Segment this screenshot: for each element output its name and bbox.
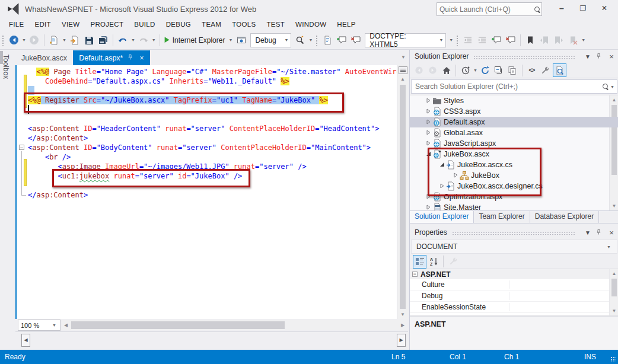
menu-window[interactable]: WINDOW <box>290 19 332 30</box>
toolbar-grip[interactable] <box>316 35 318 46</box>
split-handle-icon[interactable] <box>399 66 407 74</box>
chevron-down-icon[interactable]: ▼ <box>448 38 454 42</box>
preview-button[interactable] <box>553 63 566 77</box>
alpha-sort-button[interactable]: AZ <box>428 256 440 268</box>
tree-item-css3-aspx[interactable]: CSS3.aspx <box>410 106 618 117</box>
bottom-tab-team-explorer[interactable]: Team Explorer <box>474 211 530 223</box>
chevron-down-icon[interactable]: ▼ <box>580 38 587 42</box>
save-button[interactable] <box>82 33 96 47</box>
properties-scrollbar[interactable]: ▲ ▼ <box>609 269 618 315</box>
pin-icon[interactable] <box>595 52 604 61</box>
code-line-7[interactable]: <asp:Content ID="HeaderContent" runat="s… <box>17 124 399 133</box>
minimize-button[interactable]: – <box>553 1 571 15</box>
tree-item-default-aspx[interactable]: Default.aspx <box>410 117 618 127</box>
tab-jukebox-ascx[interactable]: JukeBox.ascx <box>15 50 73 65</box>
scrollbar-thumb[interactable] <box>71 321 285 329</box>
menu-help[interactable]: HELP <box>332 19 361 30</box>
property-category[interactable]: − ASP.NET <box>410 269 618 279</box>
start-debug-button[interactable]: Internet Explorer ▼ <box>163 33 235 47</box>
tagnav-right-icon[interactable]: ▶ <box>397 334 406 347</box>
tree-collapsed-icon[interactable] <box>425 118 432 126</box>
outline-collapse-icon[interactable]: − <box>19 145 24 150</box>
property-row-enablesessionstate[interactable]: EnableSessionState <box>410 302 618 313</box>
browser-link-button[interactable] <box>234 33 249 47</box>
window-position-icon[interactable]: ▼ <box>583 52 592 61</box>
scroll-left-button[interactable]: ◀ <box>62 320 70 330</box>
debug-config-dropdown[interactable]: Debug ▼ <box>250 33 291 47</box>
properties-header[interactable]: Properties ▼ × <box>410 226 618 239</box>
scroll-up-button[interactable]: ▲ <box>610 269 618 278</box>
solution-explorer-header[interactable]: Solution Explorer ▼ × <box>410 50 618 63</box>
editor-horizontal-scrollbar[interactable]: ◀ ▶ <box>62 320 407 330</box>
scroll-right-button[interactable]: ▶ <box>399 320 407 330</box>
solution-search-box[interactable]: ▼ <box>411 79 617 94</box>
menu-team[interactable]: TEAM <box>196 19 227 30</box>
resize-grip[interactable] <box>610 356 616 362</box>
toolbox-tab[interactable]: Toolbox <box>2 55 10 79</box>
tree-collapsed-icon[interactable] <box>425 203 432 210</box>
add-item-button[interactable] <box>68 33 82 47</box>
code-line-8[interactable]: </asp:Content> <box>17 133 399 143</box>
collapse-all-button[interactable] <box>493 64 505 76</box>
tree-collapsed-icon[interactable] <box>425 107 432 116</box>
code-line-2[interactable]: CodeBehind="Default.aspx.cs" Inherits="W… <box>17 76 399 86</box>
properties-object-dropdown[interactable]: DOCUMENT ▼ <box>411 240 617 254</box>
code-line-9[interactable]: <asp:Content ID="BodyContent" runat="ser… <box>17 143 399 152</box>
maximize-button[interactable]: ❐ <box>574 1 592 15</box>
comment-add-button[interactable] <box>489 33 504 47</box>
chevron-down-icon[interactable]: ▼ <box>21 38 27 42</box>
close-icon[interactable]: × <box>607 52 616 61</box>
tab-default-aspx-[interactable]: Default.aspx*× <box>73 50 149 65</box>
doctype-dropdown[interactable]: DOCTYPE: XHTML5 ▼ <box>365 33 446 47</box>
sync-button[interactable] <box>459 64 472 76</box>
chevron-down-icon[interactable]: ▼ <box>61 38 68 42</box>
solution-search-input[interactable] <box>412 82 602 91</box>
tree-item-global-asax[interactable]: Global.asax <box>410 127 618 138</box>
wrench-button[interactable] <box>539 64 552 76</box>
categorized-button[interactable] <box>413 255 426 269</box>
scrollbar-thumb[interactable] <box>400 85 406 309</box>
quick-launch-input[interactable] <box>437 5 534 14</box>
tree-item-site-master[interactable]: Site.Master <box>410 202 618 210</box>
chevron-down-icon[interactable]: ▼ <box>151 38 157 42</box>
back-nav-button[interactable] <box>7 33 21 47</box>
pin-icon[interactable] <box>128 54 135 62</box>
doc-outline-button[interactable] <box>320 33 335 47</box>
editor-vertical-scrollbar[interactable]: ▲ ▼ <box>397 65 408 319</box>
zoom-level-dropdown[interactable]: 100 % ▼ <box>18 320 60 331</box>
tagnav-left-icon[interactable]: ◀ <box>21 334 30 347</box>
menu-view[interactable]: VIEW <box>56 19 85 30</box>
menu-test[interactable]: TEST <box>262 19 291 30</box>
toolbar-grip[interactable] <box>456 35 459 46</box>
new-file-button[interactable] <box>47 33 61 47</box>
comment-remove-button[interactable] <box>504 33 518 47</box>
scroll-down-button[interactable]: ▼ <box>610 306 618 315</box>
chevron-down-icon[interactable]: ▼ <box>130 38 136 42</box>
property-row-culture[interactable]: Culture <box>410 279 618 290</box>
tree-item-styles[interactable]: Styles <box>410 95 618 106</box>
window-position-icon[interactable]: ▼ <box>583 228 592 237</box>
code-line-6[interactable] <box>17 114 399 124</box>
chevron-down-icon[interactable]: ▼ <box>307 38 314 42</box>
quick-launch-box[interactable] <box>437 2 542 16</box>
chevron-down-icon[interactable]: ▼ <box>472 68 479 72</box>
close-button[interactable]: × <box>595 1 613 15</box>
collapse-icon[interactable]: − <box>412 272 418 277</box>
code-line-1[interactable]: <%@ Page Title="Home Page" Language="C#"… <box>17 67 399 76</box>
close-icon[interactable]: × <box>139 55 144 61</box>
copy-pages-button[interactable] <box>506 64 519 76</box>
code-editor[interactable]: <%@ Page Title="Home Page" Language="C#"… <box>15 65 408 319</box>
comment-add-button[interactable] <box>335 33 349 47</box>
menu-file[interactable]: FILE <box>4 19 30 30</box>
property-row-debug[interactable]: Debug <box>410 290 618 302</box>
bottom-tab-solution-explorer[interactable]: Solution Explorer <box>410 211 474 223</box>
scroll-down-button[interactable]: ▼ <box>397 310 408 319</box>
scrollbar-thumb[interactable] <box>611 279 617 296</box>
bottom-tab-database-explorer[interactable]: Database Explorer <box>530 211 599 223</box>
bookmark-button[interactable] <box>523 33 537 47</box>
menu-tools[interactable]: TOOLS <box>227 19 261 30</box>
toolbar-grip[interactable] <box>2 35 5 46</box>
menu-project[interactable]: PROJECT <box>85 19 129 30</box>
close-icon[interactable]: × <box>607 228 616 237</box>
menu-build[interactable]: BUILD <box>129 19 160 30</box>
